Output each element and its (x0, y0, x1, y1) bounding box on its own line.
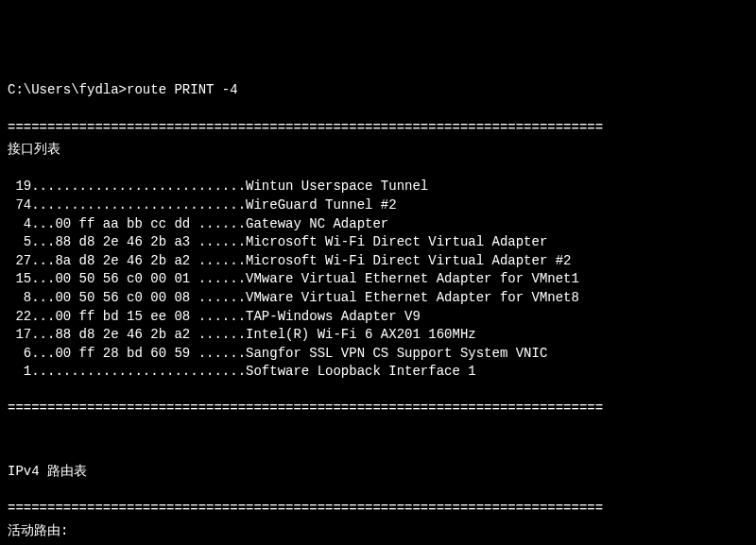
interface-row: 6...00 ff 28 bd 60 59 ......Sangfor SSL … (8, 345, 748, 364)
interface-row: 22...00 ff bd 15 ee 08 ......TAP-Windows… (8, 308, 748, 327)
interface-row: 17...88 d8 2e 46 2b a2 ......Intel(R) Wi… (8, 326, 748, 345)
interface-row: 74...........................WireGuard T… (8, 196, 748, 215)
interface-row: 1...........................Software Loo… (8, 363, 748, 382)
separator: ========================================… (8, 120, 603, 135)
interface-row: 4...00 ff aa bb cc dd ......Gateway NC A… (8, 215, 748, 234)
interface-row: 5...88 d8 2e 46 2b a3 ......Microsoft Wi… (8, 233, 748, 252)
interface-row: 19...........................Wintun User… (8, 178, 748, 196)
interface-row: 8...00 50 56 c0 00 08 ......VMware Virtu… (8, 289, 748, 308)
separator: ========================================… (8, 400, 603, 416)
command-prompt: C:\Users\fydla>route PRINT -4 (8, 81, 748, 100)
interface-list: 19...........................Wintun User… (8, 178, 748, 382)
interface-row: 27...8a d8 2e 46 2b a2 ......Microsoft W… (8, 252, 748, 271)
ipv4-route-table-title: IPv4 路由表 (8, 463, 748, 482)
active-routes-title: 活动路由: (8, 522, 748, 541)
empty-line (8, 422, 748, 441)
interface-row: 15...00 50 56 c0 00 01 ......VMware Virt… (8, 270, 748, 289)
separator: ========================================… (8, 501, 603, 516)
interface-list-title: 接口列表 (8, 141, 748, 160)
